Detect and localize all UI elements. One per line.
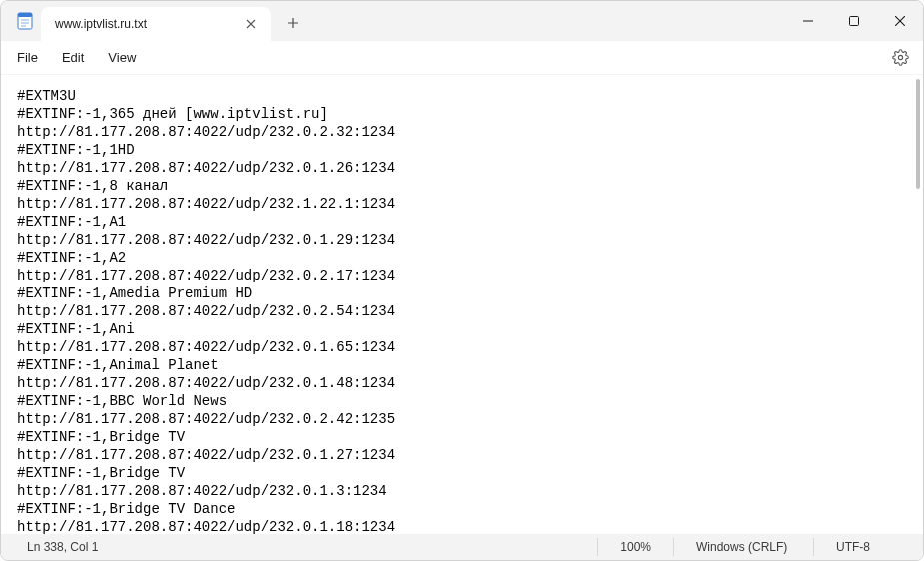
status-position[interactable]: Ln 338, Col 1 (27, 540, 597, 554)
editor-area: #EXTM3U #EXTINF:-1,365 дней [www.iptvlis… (1, 75, 923, 534)
maximize-button[interactable] (831, 1, 877, 41)
tab-title: www.iptvlist.ru.txt (55, 17, 241, 31)
menubar: File Edit View (1, 41, 923, 75)
menu-file[interactable]: File (5, 44, 50, 71)
menu-edit[interactable]: Edit (50, 44, 96, 71)
status-zoom[interactable]: 100% (597, 538, 673, 556)
close-button[interactable] (877, 1, 923, 41)
status-encoding[interactable]: UTF-8 (813, 538, 913, 556)
status-line-ending[interactable]: Windows (CRLF) (673, 538, 813, 556)
new-tab-button[interactable] (275, 8, 311, 38)
svg-rect-1 (18, 13, 32, 17)
svg-rect-5 (850, 17, 859, 26)
notepad-app-icon (15, 11, 35, 31)
window-controls (785, 1, 923, 41)
file-tab[interactable]: www.iptvlist.ru.txt (41, 7, 271, 41)
settings-button[interactable] (883, 43, 917, 73)
tab-close-button[interactable] (241, 14, 261, 34)
svg-point-6 (898, 55, 902, 59)
menu-view[interactable]: View (96, 44, 148, 71)
statusbar: Ln 338, Col 1 100% Windows (CRLF) UTF-8 (1, 534, 923, 560)
titlebar: www.iptvlist.ru.txt (1, 1, 923, 41)
scrollbar-thumb[interactable] (916, 79, 920, 189)
minimize-button[interactable] (785, 1, 831, 41)
text-content[interactable]: #EXTM3U #EXTINF:-1,365 дней [www.iptvlis… (1, 75, 911, 534)
